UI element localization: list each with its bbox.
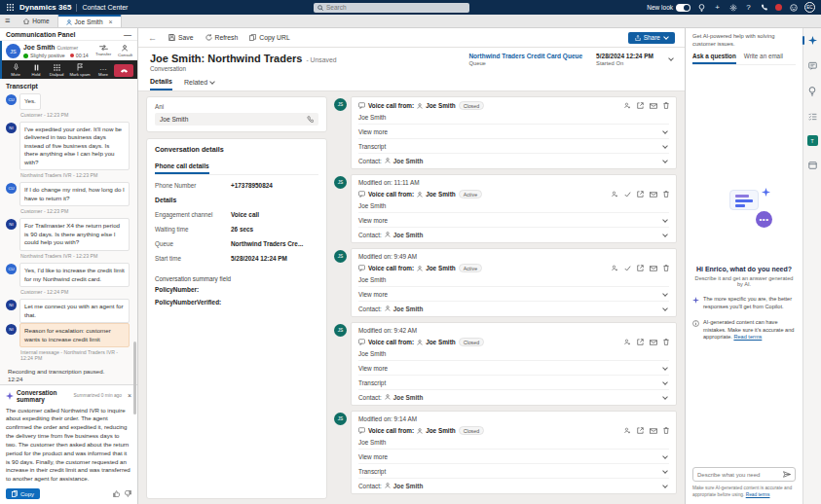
notes-rail-icon[interactable] (806, 59, 819, 72)
more-button[interactable]: … More (93, 63, 113, 77)
transcript-message-list[interactable]: CU Yes. Customer - 12:23 PM NI I've expe… (0, 91, 137, 384)
contact-row[interactable]: Contact: Joe Smith (358, 478, 669, 492)
send-icon[interactable] (783, 471, 791, 478)
feedback-smiley-icon[interactable] (789, 3, 798, 12)
waffle-icon[interactable] (6, 3, 15, 12)
email-icon[interactable] (650, 428, 657, 434)
assign-icon[interactable] (624, 339, 631, 345)
copilot-prompt-box[interactable] (692, 467, 796, 482)
copy-summary-button[interactable]: Copy (6, 488, 40, 499)
contact-row[interactable]: Contact: Joe Smith (358, 227, 669, 241)
assign-icon[interactable] (624, 102, 631, 109)
close-activity-icon[interactable] (624, 266, 631, 271)
tab-ask-a-question[interactable]: Ask a question (692, 53, 736, 64)
contact-row[interactable]: Contact: Joe Smith (358, 389, 669, 404)
header-expand-chevron-icon[interactable] (668, 55, 674, 61)
teams-app-rail-icon[interactable]: T (807, 135, 818, 146)
call-person-link[interactable]: Joe Smith (426, 102, 456, 109)
transcript-scrollbar[interactable] (133, 342, 136, 414)
call-person-link[interactable]: Joe Smith (426, 265, 456, 271)
transcript-row[interactable]: Transcript (358, 138, 669, 153)
delete-icon[interactable] (663, 102, 669, 109)
add-icon[interactable]: + (713, 3, 722, 12)
tab-phone-call-details[interactable]: Phone call details (155, 162, 209, 174)
help-icon[interactable]: ? (744, 3, 753, 12)
assign-icon[interactable] (624, 427, 631, 434)
call-person-link[interactable]: Joe Smith (426, 427, 456, 434)
lightbulb-icon[interactable] (697, 3, 706, 12)
open-record-icon[interactable] (637, 339, 644, 345)
close-summary-icon[interactable]: × (128, 392, 131, 399)
view-more-row[interactable]: View more (358, 212, 669, 227)
delete-icon[interactable] (663, 265, 669, 271)
search-input[interactable] (326, 4, 466, 11)
user-avatar[interactable]: EC (804, 2, 815, 13)
dialpad-button[interactable]: Dialpad (47, 63, 66, 77)
open-record-icon[interactable] (637, 102, 644, 109)
consult-button[interactable]: Consult (118, 45, 132, 57)
delete-icon[interactable] (663, 339, 669, 345)
assign-icon[interactable] (612, 191, 618, 198)
close-activity-icon[interactable] (624, 192, 631, 198)
global-search[interactable] (314, 3, 469, 13)
open-record-icon[interactable] (637, 191, 644, 198)
end-call-button[interactable] (114, 64, 133, 77)
close-tab-icon[interactable]: × (109, 18, 113, 25)
recording-status-dot[interactable] (775, 4, 782, 11)
thumbs-up-icon[interactable] (113, 490, 120, 497)
thumbs-down-icon[interactable] (125, 490, 131, 497)
delete-icon[interactable] (663, 427, 669, 434)
transcript-row[interactable]: Transcript (358, 375, 669, 389)
view-more-row[interactable]: View more (358, 124, 669, 138)
view-more-row[interactable]: View more (358, 360, 669, 375)
mute-button[interactable]: Mute (6, 63, 25, 77)
email-icon[interactable] (650, 340, 657, 345)
timeline-column[interactable]: JS Voice call from: Joe Smith Closed (334, 96, 677, 499)
save-button[interactable]: Save (168, 34, 194, 41)
queue-link[interactable]: Northwind Traders Credit Card Queue (468, 53, 582, 59)
tasks-rail-icon[interactable] (806, 110, 819, 123)
back-button[interactable]: ← (148, 33, 157, 43)
mark-spam-button[interactable]: Mark spam (67, 63, 93, 77)
settings-icon[interactable] (728, 3, 737, 12)
footer-read-terms-link[interactable]: Read terms (746, 492, 770, 497)
call-contact-icon[interactable] (307, 116, 314, 123)
transfer-button[interactable]: Transfer (95, 45, 111, 57)
ani-field[interactable]: Joe Smith (155, 113, 318, 126)
open-record-icon[interactable] (637, 427, 644, 434)
phone-icon[interactable] (760, 3, 768, 12)
tab-related[interactable]: Related (184, 79, 214, 90)
delete-icon[interactable] (663, 191, 669, 198)
transcript-row[interactable]: Transcript (358, 463, 669, 478)
contact-row[interactable]: Contact: Joe Smith (358, 153, 669, 167)
share-button[interactable]: Share (628, 32, 675, 44)
browser-rail-icon[interactable] (806, 159, 819, 171)
call-person-link[interactable]: Joe Smith (426, 191, 456, 198)
communication-panel-title: Communication Panel (6, 31, 75, 38)
view-more-row[interactable]: View more (358, 449, 669, 463)
copy-url-button[interactable]: Copy URL (249, 34, 289, 41)
call-person-link[interactable]: Joe Smith (426, 339, 456, 345)
copilot-rail-icon[interactable] (806, 34, 819, 47)
app-brand[interactable]: Dynamics 365 (19, 3, 71, 12)
email-icon[interactable] (650, 266, 657, 271)
copilot-prompt-input[interactable] (697, 472, 780, 478)
email-icon[interactable] (650, 103, 657, 109)
tab-details[interactable]: Details (150, 78, 172, 90)
refresh-button[interactable]: Refresh (205, 34, 239, 41)
read-terms-link[interactable]: Read terms (733, 334, 762, 340)
minimize-panel-icon[interactable]: — (124, 30, 131, 39)
assign-icon[interactable] (612, 265, 618, 271)
view-more-row[interactable]: View more (358, 286, 669, 301)
hold-button[interactable]: Hold (26, 63, 46, 77)
contact-row[interactable]: Contact: Joe Smith (358, 301, 669, 315)
tab-home[interactable]: Home (16, 15, 56, 27)
hamburger-icon[interactable]: ≡ (5, 16, 10, 25)
tab-joe-smith[interactable]: Joe Smith × (57, 15, 122, 27)
open-record-icon[interactable] (637, 265, 644, 271)
tab-write-an-email[interactable]: Write an email (744, 53, 783, 64)
person-icon (417, 428, 423, 434)
email-icon[interactable] (650, 192, 657, 198)
lightbulb-rail-icon[interactable] (806, 85, 819, 97)
new-look-toggle[interactable] (676, 4, 690, 12)
